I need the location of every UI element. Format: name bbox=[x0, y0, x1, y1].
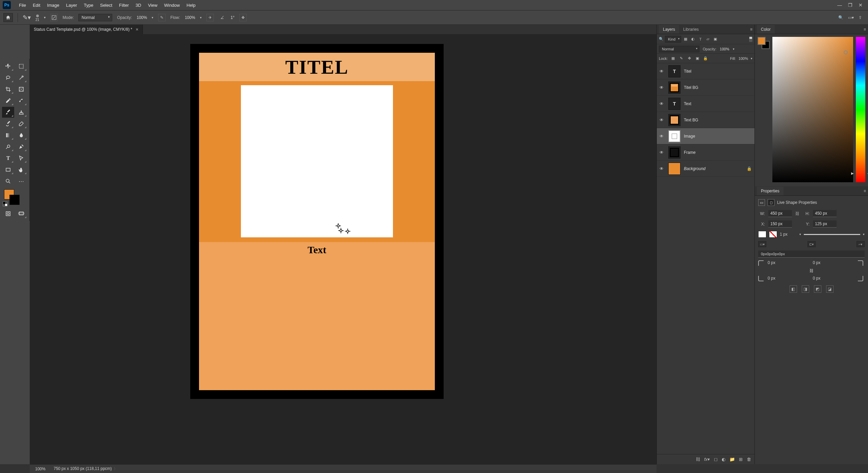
layer-name[interactable]: Titel bbox=[684, 69, 691, 74]
background-swatch[interactable] bbox=[9, 195, 20, 205]
corner-br-input[interactable]: 0 px bbox=[813, 276, 855, 281]
visibility-toggle[interactable]: 👁 bbox=[660, 166, 665, 171]
edit-toolbar[interactable]: ⋯ bbox=[15, 176, 27, 187]
chevron-down-icon[interactable]: ▾ bbox=[733, 47, 735, 51]
menu-edit[interactable]: Edit bbox=[29, 1, 44, 9]
zoom-readout[interactable]: 100% bbox=[35, 467, 46, 471]
layer-row-titel-bg[interactable]: 👁 Titel BG bbox=[657, 79, 754, 96]
brush-tool-icon[interactable]: ✎▾ bbox=[23, 14, 31, 21]
filter-smart-icon[interactable]: ▣ bbox=[712, 36, 718, 42]
color-swatches[interactable] bbox=[2, 187, 27, 208]
corner-tl-input[interactable]: 0 px bbox=[768, 260, 810, 266]
visibility-toggle[interactable]: 👁 bbox=[660, 150, 665, 155]
brush-tool[interactable] bbox=[2, 107, 14, 118]
pathfinder-unite-icon[interactable]: ◧ bbox=[790, 285, 797, 293]
layer-row-background[interactable]: 👁 Background 🔒 bbox=[657, 161, 754, 177]
menu-view[interactable]: View bbox=[145, 1, 161, 9]
width-input[interactable]: 450 px bbox=[768, 210, 792, 217]
marquee-tool[interactable] bbox=[15, 61, 27, 72]
filter-adjust-icon[interactable]: ◐ bbox=[690, 36, 696, 42]
chevron-right-icon[interactable]: 〉 bbox=[114, 467, 117, 471]
quick-mask-toggle[interactable] bbox=[2, 208, 14, 219]
layer-name[interactable]: Frame bbox=[684, 150, 696, 155]
filter-toggle[interactable] bbox=[749, 37, 752, 42]
layer-name[interactable]: Titel BG bbox=[684, 85, 698, 90]
stroke-caps-dropdown[interactable]: ⊏▾ bbox=[808, 241, 816, 247]
pathfinder-exclude-icon[interactable]: ◪ bbox=[826, 285, 834, 293]
dodge-tool[interactable] bbox=[2, 141, 14, 152]
layer-name[interactable]: Text BG bbox=[684, 118, 698, 122]
new-group-icon[interactable]: 📁 bbox=[729, 457, 735, 462]
saturation-value-field[interactable] bbox=[772, 37, 853, 182]
layer-row-image[interactable]: 👁 Image bbox=[657, 128, 754, 144]
share-icon[interactable]: ⇪ bbox=[859, 15, 862, 20]
pen-tool[interactable] bbox=[15, 141, 27, 152]
close-tab-icon[interactable]: × bbox=[135, 27, 138, 32]
menu-window[interactable]: Window bbox=[161, 1, 183, 9]
stroke-width-input[interactable]: 1 px bbox=[780, 232, 797, 237]
gradient-tool[interactable] bbox=[2, 130, 14, 141]
filter-kind-dropdown[interactable]: Kind bbox=[665, 36, 681, 43]
blur-tool[interactable] bbox=[15, 130, 27, 141]
layer-row-titel[interactable]: 👁 T Titel bbox=[657, 63, 754, 79]
menu-type[interactable]: Type bbox=[80, 1, 97, 9]
screen-mode-toggle[interactable] bbox=[15, 208, 27, 219]
document-tab[interactable]: Status Card Template.psd @ 100% (Image, … bbox=[30, 25, 143, 34]
layer-name[interactable]: Background bbox=[684, 166, 705, 171]
move-tool[interactable] bbox=[2, 61, 14, 72]
lock-icon[interactable]: 🔒 bbox=[747, 166, 752, 171]
fill-value[interactable]: 100% bbox=[739, 56, 748, 61]
visibility-toggle[interactable]: 👁 bbox=[660, 69, 665, 74]
menu-select[interactable]: Select bbox=[97, 1, 116, 9]
tab-libraries[interactable]: Libraries bbox=[679, 25, 703, 34]
path-select-tool[interactable] bbox=[15, 153, 27, 164]
layer-row-frame[interactable]: 👁 Frame bbox=[657, 144, 754, 161]
lock-all-icon[interactable]: 🔒 bbox=[703, 56, 708, 61]
menu-layer[interactable]: Layer bbox=[63, 1, 81, 9]
foreground-swatch[interactable] bbox=[758, 37, 766, 45]
minimize-icon[interactable]: — bbox=[837, 2, 842, 8]
tab-layers[interactable]: Layers bbox=[659, 25, 679, 34]
tab-color[interactable]: Color bbox=[757, 25, 775, 34]
layer-row-text[interactable]: 👁 T Text bbox=[657, 96, 754, 112]
rectangle-tool[interactable] bbox=[2, 164, 14, 175]
visibility-toggle[interactable]: 👁 bbox=[660, 134, 665, 139]
y-input[interactable]: 125 px bbox=[813, 220, 837, 228]
zoom-tool[interactable] bbox=[2, 176, 14, 187]
search-icon[interactable]: 🔍 bbox=[838, 15, 843, 20]
chevron-down-icon[interactable]: ▾ bbox=[799, 233, 801, 236]
panel-menu-icon[interactable]: ≡ bbox=[750, 27, 752, 32]
color-swatch-stack[interactable] bbox=[758, 37, 770, 49]
layer-name[interactable]: Image bbox=[684, 134, 695, 139]
lock-paint-icon[interactable]: ✎ bbox=[678, 56, 684, 61]
lasso-tool[interactable] bbox=[2, 72, 14, 83]
symmetry-toggle[interactable]: ❖ bbox=[239, 14, 247, 21]
brush-panel-toggle[interactable] bbox=[50, 14, 58, 21]
clone-stamp-tool[interactable] bbox=[15, 107, 27, 118]
filter-pixel-icon[interactable]: ▦ bbox=[683, 36, 689, 42]
eyedropper-tool[interactable] bbox=[2, 95, 14, 106]
smoothing-value[interactable]: 1° bbox=[231, 15, 234, 20]
menu-filter[interactable]: Filter bbox=[116, 1, 132, 9]
history-brush-tool[interactable] bbox=[2, 118, 14, 129]
doc-info[interactable]: 750 px x 1050 px (118,11 ppcm)〉 bbox=[54, 466, 117, 471]
menu-help[interactable]: Help bbox=[183, 1, 199, 9]
app-logo[interactable]: Ps bbox=[3, 1, 11, 9]
eraser-tool[interactable] bbox=[15, 118, 27, 129]
canvas[interactable]: TITEL Text bbox=[190, 44, 444, 399]
layer-mask-icon[interactable]: ◻ bbox=[714, 457, 718, 462]
hand-tool[interactable] bbox=[15, 164, 27, 175]
chevron-down-icon[interactable]: ▾ bbox=[152, 16, 153, 19]
stroke-align-dropdown[interactable]: ▭▾ bbox=[758, 241, 766, 247]
stroke-style-dropdown[interactable] bbox=[804, 234, 860, 235]
frame-tool[interactable] bbox=[15, 84, 27, 95]
menu-file[interactable]: File bbox=[16, 1, 29, 9]
pathfinder-subtract-icon[interactable]: ◨ bbox=[802, 285, 809, 293]
maximize-icon[interactable]: ❐ bbox=[848, 2, 852, 8]
lock-artboard-icon[interactable]: ▣ bbox=[695, 56, 700, 61]
brush-preset-picker[interactable]: 21 bbox=[35, 13, 39, 22]
layer-row-text-bg[interactable]: 👁 Text BG bbox=[657, 112, 754, 128]
stroke-swatch[interactable] bbox=[769, 231, 777, 238]
chevron-down-icon[interactable]: ▾ bbox=[200, 16, 202, 19]
lock-position-icon[interactable]: ✥ bbox=[687, 56, 692, 61]
